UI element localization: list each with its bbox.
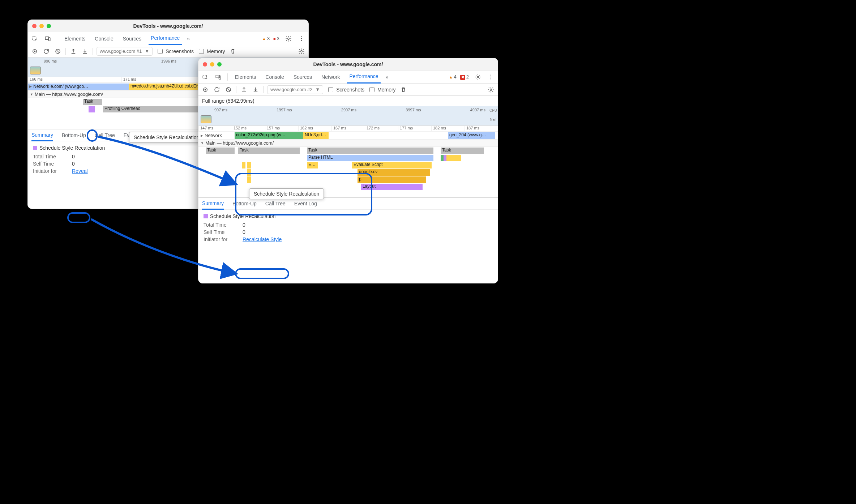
parse-html-bar[interactable]: Parse HTML [307,155,433,161]
script-bar[interactable] [247,176,251,183]
device-toggle-icon[interactable] [214,73,222,81]
gc-icon[interactable] [229,47,237,55]
tab-performance[interactable]: Performance [149,32,182,45]
zoom-icon[interactable] [47,24,51,28]
tab-elements[interactable]: Elements [62,32,87,45]
network-bar[interactable]: gen_204 (www.g… [448,132,495,139]
warning-count[interactable]: 3 [262,36,270,41]
kv-key: Total Time [33,154,65,159]
panel-gear-icon[interactable] [298,47,305,55]
flame-chart[interactable]: Task Task Task Task Parse HTML E… Evalua… [198,147,498,197]
detail-tab-summary[interactable]: Summary [202,197,224,210]
separator [236,86,236,93]
tab-sources[interactable]: Sources [291,71,314,84]
svg-point-16 [491,76,491,77]
network-bar[interactable]: ▶ Network e.com/ (www.goo… [28,84,129,90]
gear-icon[interactable] [284,35,292,43]
svg-point-10 [301,50,303,52]
kebab-icon[interactable] [487,73,495,81]
detail-tab-bottom-up[interactable]: Bottom-Up [232,201,257,206]
gc-icon[interactable] [399,86,407,94]
upload-icon[interactable] [69,47,77,55]
zoom-icon[interactable] [217,62,222,67]
layout-bar[interactable]: Layout [361,184,423,190]
memory-checkbox-input[interactable] [369,87,374,92]
task-bar[interactable]: Task [238,148,300,154]
record-icon[interactable] [201,86,209,94]
tab-console[interactable]: Console [263,71,286,84]
event-bar[interactable] [444,155,446,161]
network-bar[interactable]: NUn3,qd… [303,132,329,139]
screenshots-checkbox[interactable]: Screenshots [327,86,364,93]
script-bar[interactable]: google.cv [358,169,430,176]
overhead-bar[interactable]: Profiling Overhead [103,106,204,112]
download-icon[interactable] [81,47,89,55]
detail-tab-event-log[interactable]: Event Log [294,201,317,206]
screenshots-checkbox[interactable]: Screenshots [156,48,194,55]
script-bar[interactable]: p [358,176,426,183]
error-count[interactable]: 3 [273,36,279,41]
overview-minimap[interactable]: 997 ms 1997 ms 2997 ms 3997 ms 4997 ms C… [198,106,498,126]
inspect-icon[interactable] [31,35,39,43]
inspect-icon[interactable] [201,73,209,81]
memory-checkbox[interactable]: Memory [368,86,396,93]
profile-dropdown[interactable]: www.google.com #1 ▼ [97,47,153,56]
event-bar[interactable] [446,155,461,161]
task-bar[interactable]: Task [83,99,102,105]
network-bar[interactable]: color_272x92dp.png (w… [235,132,303,139]
initiator-link[interactable]: Reveal [72,168,88,174]
more-tabs-icon[interactable]: » [386,74,389,80]
record-icon[interactable] [31,47,39,55]
profile-dropdown[interactable]: www.google.com #2 ▼ [267,85,323,94]
memory-checkbox[interactable]: Memory [197,48,225,55]
main-track-header[interactable]: ▼ Main — https://www.google.com/ [198,140,498,147]
event-bar[interactable] [89,106,95,112]
upload-icon[interactable] [240,86,248,94]
event-bar[interactable] [441,155,444,161]
close-icon[interactable] [203,62,207,67]
screenshots-checkbox-input[interactable] [328,87,333,92]
memory-checkbox-input[interactable] [199,49,204,54]
detail-tab-summary[interactable]: Summary [31,129,53,141]
tab-performance[interactable]: Performance [347,71,380,84]
script-bar[interactable] [247,162,251,168]
gear-icon[interactable] [474,73,482,81]
more-tabs-icon[interactable]: » [187,36,190,42]
script-bar[interactable] [247,169,251,176]
tab-network[interactable]: Network [319,71,342,84]
tab-elements[interactable]: Elements [233,71,258,84]
issue-counts[interactable]: 4 2 [449,74,469,80]
issue-counts[interactable]: 3 3 [262,36,279,41]
clear-icon[interactable] [54,47,62,55]
script-bar[interactable] [242,162,245,168]
minimize-icon[interactable] [39,24,44,28]
svg-point-6 [301,40,302,41]
initiator-link[interactable]: Recalculate Style [243,236,282,242]
warning-count[interactable]: 4 [449,74,457,80]
tab-sources[interactable]: Sources [121,32,144,45]
clear-icon[interactable] [224,86,232,94]
profile-dropdown-label: www.google.com #1 [100,48,142,54]
disclosure-icon: ▼ [201,141,204,145]
detail-tab-bottom-up[interactable]: Bottom-Up [62,132,86,138]
screenshots-checkbox-input[interactable] [158,49,163,54]
detail-tab-call-tree[interactable]: Call Tree [95,132,115,138]
minimize-icon[interactable] [210,62,214,67]
panel-gear-icon[interactable] [487,86,495,94]
task-bar[interactable]: Task [206,148,235,154]
network-track[interactable]: ▶Network color_272x92dp.png (w… NUn3,qd…… [198,132,498,140]
kebab-icon[interactable] [298,35,305,43]
time-ruler[interactable]: 147 ms 152 ms 157 ms 162 ms 167 ms 172 m… [198,126,498,132]
download-icon[interactable] [252,86,260,94]
error-count[interactable]: 2 [460,74,469,80]
reload-icon[interactable] [213,86,221,94]
task-bar[interactable]: Task [441,148,484,154]
detail-tab-call-tree[interactable]: Call Tree [265,201,286,206]
device-toggle-icon[interactable] [44,35,52,43]
close-icon[interactable] [32,24,37,28]
script-bar[interactable]: Evaluate Script [352,162,432,168]
task-bar[interactable]: Task [307,148,433,154]
reload-icon[interactable] [42,47,50,55]
tab-console[interactable]: Console [93,32,115,45]
script-bar[interactable]: E… [307,162,318,168]
